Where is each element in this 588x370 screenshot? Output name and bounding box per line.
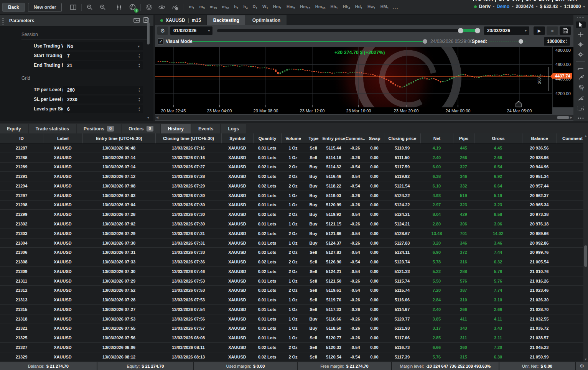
table-row[interactable]: 21327XAUUSD13/03/2026 08:0613/03/2026 08… [0,343,583,352]
table-row[interactable]: 21287XAUUSD13/03/2026 06:4813/03/2026 07… [0,143,583,153]
table-row[interactable]: 21313XAUUSD13/03/2026 07:2813/03/2026 07… [0,295,583,305]
back-button[interactable]: Back [2,3,25,12]
param-stepper[interactable]: 260▲▼ [63,86,143,94]
column-header[interactable]: Net [420,133,453,143]
layout-icon[interactable] [68,3,78,12]
table-row[interactable]: 21312XAUUSD13/03/2026 07:5213/03/2026 07… [0,286,583,295]
timeframe-h1[interactable]: h1 [234,4,238,10]
column-header[interactable]: Entry time (UTC+5:30) [82,133,155,143]
table-row[interactable]: 21318XAUUSD13/03/2026 07:5313/03/2026 07… [0,314,583,324]
panel-grip[interactable] [2,17,4,25]
column-header[interactable]: Closing price [384,133,420,143]
scroll-down-icon[interactable]: ▼ [583,358,588,361]
table-row[interactable]: 21294XAUUSD13/03/2026 07:0813/03/2026 07… [0,181,583,191]
chart-settings-icon[interactable] [170,3,180,12]
parameters-scrollbar[interactable]: ▲ ▼ [146,17,150,120]
fib-fan-tool[interactable] [576,95,586,101]
new-order-button[interactable]: New order [28,3,62,12]
table-row[interactable]: 21302XAUUSD13/03/2026 07:0213/03/2026 07… [0,219,583,229]
timeframe-more-button[interactable]: ... [392,5,399,10]
table-row[interactable]: 21308XAUUSD13/03/2026 07:3313/03/2026 07… [0,257,583,267]
range-start-handle[interactable] [458,28,463,33]
stepper-arrows[interactable]: ▲▼ [138,53,140,59]
tab-events[interactable]: Events [191,124,220,133]
symbol-tab[interactable]: XAUUSD | m15 [155,15,206,25]
column-header[interactable]: Label [43,133,82,143]
preset-load-icon[interactable] [133,17,140,24]
playback-progress-handle[interactable] [423,39,427,44]
column-header[interactable]: Volume [281,133,305,143]
speed-value-stepper[interactable]: 100000x ▲▼ [544,37,570,46]
timeframe-m30[interactable]: m30 [222,4,229,10]
timeframe-Hd1[interactable]: Hd1 [355,4,362,10]
table-row[interactable]: 21297XAUUSD13/03/2026 07:0313/03/2026 07… [0,191,583,201]
eye-icon[interactable] [157,3,167,12]
table-row[interactable]: 21306XAUUSD13/03/2026 07:3113/03/2026 07… [0,248,583,257]
stepper-arrows[interactable]: ▲▼ [138,97,140,102]
param-stepper[interactable]: 21▲▼ [63,61,143,69]
stepper-arrows[interactable]: ▲▼ [138,107,140,112]
timeframe-h4[interactable]: h4 [243,4,247,10]
column-header[interactable]: Symbol [221,133,253,143]
brush-tool[interactable]: t [576,85,586,91]
speed-slider-handle[interactable] [519,39,523,44]
measure-tool[interactable] [576,41,586,48]
column-header[interactable]: Entry price [322,133,346,143]
table-row[interactable]: 21309XAUUSD13/03/2026 07:3013/03/2026 07… [0,267,583,276]
table-row[interactable]: 21303XAUUSD13/03/2026 07:2913/03/2026 07… [0,229,583,238]
zoom-out-icon[interactable] [85,3,95,12]
area-select-tool[interactable] [576,51,586,58]
timeframe-Hm1[interactable]: Hm1 [273,4,282,10]
timeframe-Hm5[interactable]: Hm5 [287,4,295,10]
column-header[interactable]: Swap [365,133,384,143]
table-row[interactable]: 21288XAUUSD13/03/2026 07:1413/03/2026 07… [0,153,583,163]
end-date-select[interactable]: 23/03/2026 ▾ [484,26,529,35]
timeframe-Hh1[interactable]: Hh1 [331,4,338,10]
cursor-tool[interactable] [576,21,586,28]
timeframe-D1[interactable]: D1 [253,4,257,10]
tab-optimisation[interactable]: Optimisation [246,15,287,25]
table-row[interactable]: 21321XAUUSD13/03/2026 07:5513/03/2026 07… [0,324,583,334]
scroll-right-icon[interactable]: ▶ [570,116,572,119]
scroll-up-icon[interactable]: ▲ [146,17,150,20]
scrollbar-thumb[interactable] [584,245,587,267]
timeframe-Hm30[interactable]: Hm30 [315,4,326,10]
pencil-tool[interactable] [576,75,586,81]
start-date-select[interactable]: 01/02/2026 ▾ [170,26,212,35]
price-chart[interactable]: +20 274.70 $ (+2027%) 200... [155,47,552,107]
tab-trade-statistics[interactable]: Trade statistics [29,124,76,133]
chart-type-icon[interactable] [114,3,124,12]
column-header[interactable]: ID [0,133,43,143]
table-row[interactable]: 21304XAUUSD13/03/2026 07:3013/03/2026 07… [0,238,583,248]
table-row[interactable]: 21325XAUUSD13/03/2026 07:5613/03/2026 08… [0,333,583,343]
column-header[interactable]: Balance [522,133,557,143]
timeframe-Hh4[interactable]: Hh4 [343,4,350,10]
table-row[interactable]: 21291XAUUSD13/03/2026 07:1213/03/2026 07… [0,172,583,181]
table-row[interactable]: 21298XAUUSD13/03/2026 07:0413/03/2026 07… [0,201,583,210]
tab-orders[interactable]: Orders0 [122,124,160,133]
param-stepper[interactable]: 2230▲▼ [63,95,143,104]
column-header[interactable]: Quantity [253,133,281,143]
layers-icon[interactable] [144,3,154,12]
param-dropdown[interactable]: No▾ [63,42,143,50]
scroll-left-icon[interactable]: ◀ [156,116,158,119]
timeframe-Hm15[interactable]: Hm15 [300,4,310,10]
zoom-in-icon[interactable] [98,3,108,12]
param-stepper[interactable]: 7▲▼ [63,52,143,60]
table-row[interactable]: 21315XAUUSD13/03/2026 07:2713/03/2026 07… [0,305,583,314]
tab-history[interactable]: History [161,124,191,133]
param-stepper[interactable]: 6▲▼ [63,105,143,113]
panel-grip[interactable] [577,17,584,18]
stepper-arrows[interactable]: ▲▼ [565,39,568,44]
tab-logs[interactable]: Logs [221,124,246,133]
settings-gear-icon[interactable]: ⚙ [576,362,588,370]
fib-box-tool[interactable]: F [576,105,586,111]
timeframe-Hw1[interactable]: Hw1 [367,4,376,10]
crosshair-tool[interactable] [576,31,586,38]
column-header[interactable]: Gross [474,133,522,143]
more-tools[interactable] [576,115,586,121]
tab-positions[interactable]: Positions0 [77,124,121,133]
table-row[interactable]: 21289XAUUSD13/03/2026 07:1413/03/2026 07… [0,163,583,172]
stepper-arrows[interactable]: ▲▼ [138,63,140,68]
scrollbar-thumb[interactable] [147,22,150,44]
